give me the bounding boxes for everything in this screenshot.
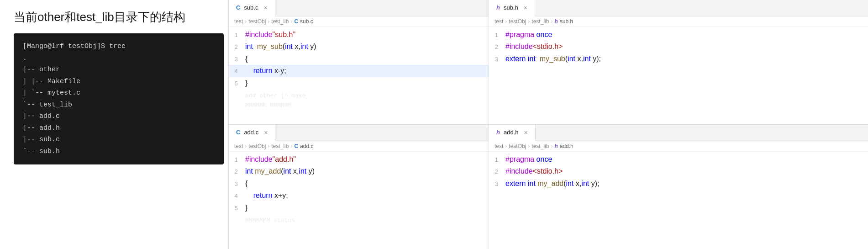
left-panel: 当前other和test_lib目录下的结构 [Mango@lrf testOb…	[0, 0, 228, 249]
code-line: 3 extern int my_add(int x,int y);	[489, 178, 868, 190]
h-icon: h	[496, 129, 500, 136]
code-line: 1 #include"sub.h"	[229, 29, 489, 41]
tab-sub-h[interactable]: h sub.h ×	[489, 0, 535, 16]
code-line: 2 #include<stdio.h>	[489, 41, 868, 53]
code-area-add-c: 1 #include"add.h" 2 int my_add(int x,int…	[229, 152, 489, 249]
code-line: 1 #pragma once	[489, 154, 868, 165]
faded-content-2: MMMMMMM status	[229, 214, 489, 227]
tab-label-sub-h: sub.h	[504, 4, 518, 11]
close-icon[interactable]: ×	[524, 129, 528, 136]
code-area-add-h: 1 #pragma once 2 #include<stdio.h> 3 ext…	[489, 152, 868, 249]
h-icon: h	[496, 4, 500, 11]
page-title: 当前other和test_lib目录下的结构	[14, 9, 215, 25]
tree-line: .	[23, 53, 215, 64]
tab-bar-sub-h: h sub.h ×	[489, 0, 868, 16]
middle-panel: C sub.c × test › testObj › test_lib › C …	[228, 0, 489, 249]
code-line: 4 return x+y;	[229, 190, 489, 201]
code-line: 3 {	[229, 178, 489, 190]
right-panel: h sub.h × test › testObj › test_lib › h …	[489, 0, 868, 249]
editor-add-c: C add.c × test › testObj › test_lib › C …	[229, 125, 489, 249]
code-line: 2 int my_sub(int x,int y)	[229, 41, 489, 53]
tab-label-add-c: add.c	[244, 129, 258, 136]
close-icon[interactable]: ×	[524, 4, 527, 11]
close-icon[interactable]: ×	[263, 4, 267, 11]
code-line-highlighted: 4 return x-y;	[229, 65, 489, 77]
code-line: 2 int my_add(int x,int y)	[229, 165, 489, 177]
tab-label-sub-c: sub.c	[244, 4, 258, 11]
tree-line: |-- other	[23, 64, 215, 76]
tree-line: `-- test_lib	[23, 99, 215, 111]
tab-bar-add-c: C add.c ×	[229, 125, 489, 141]
tab-bar-add-h: h add.h ×	[489, 125, 868, 141]
code-area-sub-c: 1 #include"sub.h" 2 int my_sub(int x,int…	[229, 27, 489, 124]
tab-bar-sub-c: C sub.c ×	[229, 0, 489, 16]
code-line: 3 extern int my_sub(int x,int y);	[489, 53, 868, 65]
tree-line: | |-- Makefile	[23, 76, 215, 88]
tab-add-c[interactable]: C add.c ×	[229, 125, 275, 141]
close-icon[interactable]: ×	[264, 129, 268, 136]
breadcrumb-sub-c: test › testObj › test_lib › C sub.c	[229, 16, 489, 27]
breadcrumb-add-h: test › testObj › test_lib › h add.h	[489, 141, 868, 152]
tree-line: |-- sub.c	[23, 134, 215, 146]
editor-add-h: h add.h × test › testObj › test_lib › h …	[489, 125, 868, 249]
breadcrumb-add-c: test › testObj › test_lib › C add.c	[229, 141, 489, 152]
tab-sub-c[interactable]: C sub.c ×	[229, 0, 275, 16]
c-icon: C	[236, 129, 240, 136]
editor-sub-c: C sub.c × test › testObj › test_lib › C …	[229, 0, 489, 124]
tree-line: |-- add.c	[23, 111, 215, 122]
tree-line: | `-- mytest.c	[23, 87, 215, 99]
code-line: 2 #include<stdio.h>	[489, 165, 868, 177]
code-area-sub-h: 1 #pragma once 2 #include<stdio.h> 3 ext…	[489, 27, 868, 124]
editor-sub-h: h sub.h × test › testObj › test_lib › h …	[489, 0, 868, 124]
terminal-prompt: [Mango@lrf testObj]$ tree	[23, 41, 215, 53]
tab-add-h[interactable]: h add.h ×	[489, 125, 536, 141]
tab-label-add-h: add.h	[504, 129, 519, 136]
code-line: 3 {	[229, 53, 489, 65]
c-icon: C	[236, 4, 240, 11]
code-line: 5 }	[229, 77, 489, 89]
code-line: 5 }	[229, 202, 489, 214]
breadcrumb-sub-h: test › testObj › test_lib › h sub.h	[489, 16, 868, 27]
faded-content: add other [^ make MMMMMM MMMMMM	[229, 89, 489, 112]
tree-line: `-- sub.h	[23, 146, 215, 158]
tree-line: |-- add.h	[23, 122, 215, 134]
terminal: [Mango@lrf testObj]$ tree . |-- other | …	[14, 33, 224, 164]
code-line: 1 #include"add.h"	[229, 154, 489, 165]
code-line: 1 #pragma once	[489, 29, 868, 41]
